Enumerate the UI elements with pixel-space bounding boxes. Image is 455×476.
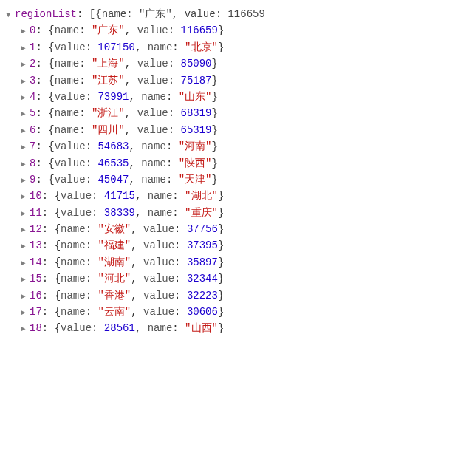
close-brace: } <box>212 124 218 136</box>
triangle-right-icon[interactable]: ▶ <box>21 58 30 72</box>
array-item-row[interactable]: ▶8: {value: 46535, name: "陕西"} <box>6 155 449 171</box>
triangle-right-icon[interactable]: ▶ <box>21 141 30 154</box>
name-value: 天津 <box>185 174 205 186</box>
colon: : <box>86 91 98 103</box>
array-item-row[interactable]: ▶12: {name: "安徽", value: 37756} <box>6 221 449 237</box>
open-brace: { <box>55 306 61 318</box>
triangle-right-icon[interactable]: ▶ <box>21 290 30 304</box>
colon: : <box>35 140 48 152</box>
close-brace: } <box>212 157 218 169</box>
root-property-row[interactable]: ▼regionList: [{name: "广东", value: 116659 <box>6 6 449 22</box>
colon: : <box>35 124 48 136</box>
triangle-right-icon[interactable]: ▶ <box>21 125 30 138</box>
close-brace: } <box>218 273 224 285</box>
open-brace: { <box>55 290 61 302</box>
triangle-right-icon[interactable]: ▶ <box>21 257 30 271</box>
array-item-row[interactable]: ▶3: {name: "江苏", value: 75187} <box>6 72 449 89</box>
name-value: 湖北 <box>191 190 212 202</box>
triangle-right-icon[interactable]: ▶ <box>21 191 30 204</box>
colon: : <box>86 140 98 152</box>
prop-name-label: name <box>55 24 80 36</box>
array-item-row[interactable]: ▶9: {value: 45047, name: "天津"} <box>6 171 449 188</box>
array-item-row[interactable]: ▶0: {name: "广东", value: 116659} <box>6 22 449 38</box>
triangle-right-icon[interactable]: ▶ <box>21 224 30 237</box>
triangle-right-icon[interactable]: ▶ <box>21 208 30 221</box>
prop-value-label: value <box>143 290 174 302</box>
close-brace: } <box>212 75 218 86</box>
value-number: 35897 <box>187 256 218 268</box>
quote: " <box>205 91 211 103</box>
colon: : <box>86 273 98 285</box>
value-number: 73991 <box>98 91 129 103</box>
prop-name-label: name <box>148 322 173 334</box>
comma: , <box>135 41 148 53</box>
quote: " <box>98 306 103 318</box>
array-item-row[interactable]: ▶14: {name: "湖南", value: 35897} <box>6 254 449 271</box>
array-item-row[interactable]: ▶17: {name: "云南", value: 30606} <box>6 304 449 320</box>
array-item-row[interactable]: ▶16: {name: "香港", value: 32223} <box>6 288 449 304</box>
root-value-preview: [{name: "广东", value: 116659 <box>89 8 265 20</box>
array-item-row[interactable]: ▶5: {name: "浙江", value: 68319} <box>6 105 449 121</box>
object-summary: {name: "福建", value: 37395} <box>55 239 225 251</box>
array-item-row[interactable]: ▶18: {value: 28561, name: "山西"} <box>6 320 449 336</box>
colon: : <box>92 207 104 219</box>
triangle-right-icon[interactable]: ▶ <box>21 108 30 121</box>
value-number: 32223 <box>187 290 218 302</box>
array-item-row[interactable]: ▶6: {name: "四川", value: 65319} <box>6 122 449 138</box>
triangle-right-icon[interactable]: ▶ <box>21 174 30 188</box>
comma: , <box>131 239 143 251</box>
triangle-right-icon[interactable]: ▶ <box>21 42 30 55</box>
prop-name-label: name <box>148 190 173 202</box>
prop-name-label: name <box>141 91 166 103</box>
quote: " <box>118 58 124 69</box>
comma: , <box>125 75 137 86</box>
name-value: 山东 <box>185 91 205 103</box>
triangle-right-icon[interactable]: ▶ <box>21 307 30 320</box>
array-item-row[interactable]: ▶2: {name: "上海", value: 85090} <box>6 55 449 72</box>
triangle-right-icon[interactable]: ▶ <box>21 92 30 105</box>
comma: , <box>131 290 143 302</box>
prop-value-label: value <box>137 58 168 69</box>
array-index: 16 <box>30 290 42 302</box>
name-value: 陕西 <box>185 157 205 169</box>
array-item-row[interactable]: ▶10: {value: 41715, name: "湖北"} <box>6 188 449 204</box>
close-brace: } <box>218 256 224 268</box>
object-summary: {value: 28561, name: "山西"} <box>55 322 225 334</box>
comma: , <box>125 124 137 136</box>
array-item-row[interactable]: ▶11: {value: 38339, name: "重庆"} <box>6 205 449 221</box>
open-brace: { <box>55 273 61 285</box>
object-summary: {name: "云南", value: 30606} <box>55 306 225 318</box>
colon: : <box>35 174 48 186</box>
triangle-down-icon[interactable]: ▼ <box>6 9 15 22</box>
open-brace: { <box>55 207 61 219</box>
colon: : <box>86 41 98 53</box>
colon: : <box>166 140 179 152</box>
value-number: 28561 <box>104 322 135 334</box>
triangle-right-icon[interactable]: ▶ <box>21 75 30 89</box>
open-brace: { <box>48 58 54 69</box>
colon: : <box>172 207 185 219</box>
quote: " <box>118 107 124 119</box>
triangle-right-icon[interactable]: ▶ <box>21 240 30 254</box>
triangle-right-icon[interactable]: ▶ <box>21 25 30 38</box>
colon: : <box>166 91 179 103</box>
triangle-right-icon[interactable]: ▶ <box>21 158 30 171</box>
prop-value-label: value <box>61 207 92 219</box>
open-brace: { <box>48 75 54 86</box>
array-item-row[interactable]: ▶15: {name: "河北", value: 32344} <box>6 271 449 287</box>
prop-name-label: name <box>55 124 80 136</box>
prop-name-label: name <box>61 256 86 268</box>
quote: " <box>98 256 103 268</box>
array-item-row[interactable]: ▶4: {value: 73991, name: "山东"} <box>6 89 449 105</box>
prop-value-label: value <box>137 107 168 119</box>
quote: " <box>179 91 185 103</box>
array-item-row[interactable]: ▶1: {value: 107150, name: "北京"} <box>6 39 449 55</box>
array-index: 15 <box>30 273 42 285</box>
array-item-row[interactable]: ▶7: {value: 54683, name: "河南"} <box>6 138 449 154</box>
object-summary: {name: "香港", value: 32223} <box>55 290 225 302</box>
triangle-right-icon[interactable]: ▶ <box>21 273 30 287</box>
array-item-row[interactable]: ▶13: {name: "福建", value: 37395} <box>6 237 449 254</box>
quote: " <box>185 207 191 219</box>
triangle-right-icon[interactable]: ▶ <box>21 323 30 336</box>
quote: " <box>98 223 103 235</box>
